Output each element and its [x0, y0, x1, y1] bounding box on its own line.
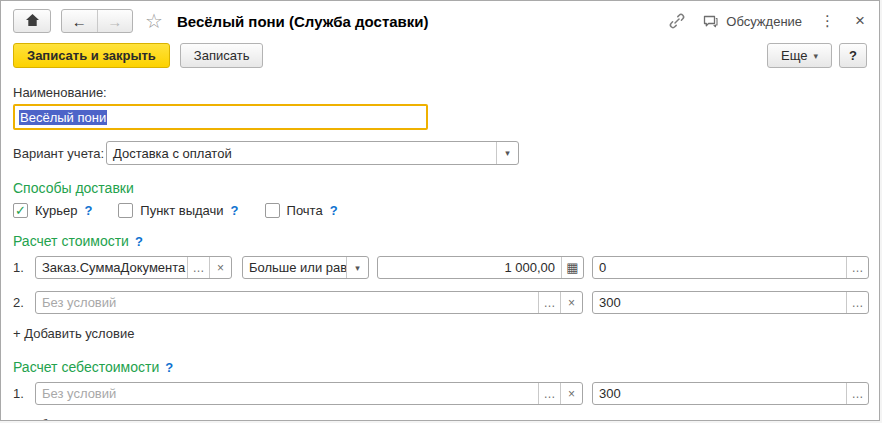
pickup-help-link[interactable]: ? — [231, 203, 239, 218]
variant-select[interactable]: Доставка с оплатой ▾ — [106, 141, 519, 165]
courier-label: Курьер — [35, 203, 77, 218]
more-button-label: Еще — [781, 48, 807, 63]
home-button[interactable] — [13, 9, 51, 33]
courier-checkbox-box[interactable]: ✓ — [13, 203, 28, 218]
cost-calc-row-2: 2. Без условий … × 300 … — [13, 291, 867, 314]
cost-price-calc-row-1: 1. Без условий … × 300 … — [13, 382, 867, 405]
get-link-icon[interactable] — [668, 12, 686, 30]
title-bar: ← → ☆ Весёлый пони (Служба доставки) — [1, 1, 879, 41]
condition-clear-icon[interactable]: × — [209, 257, 231, 278]
close-icon[interactable]: × — [853, 11, 867, 31]
page-title: Весёлый пони (Служба доставки) — [177, 13, 429, 30]
cost-calc-header-text: Расчет стоимости — [13, 233, 129, 249]
variant-row: Вариант учета: Доставка с оплатой ▾ — [13, 141, 867, 165]
name-input-selected-text: Весёлый пони — [19, 110, 107, 125]
row-number: 2. — [13, 295, 35, 310]
delivery-methods-row: ✓ Курьер ? Пункт выдачи ? Почта ? — [13, 203, 867, 218]
price-field[interactable]: 0 … — [592, 256, 869, 279]
condition-choose-button[interactable]: … — [538, 383, 560, 404]
save-button[interactable]: Записать — [180, 43, 264, 68]
condition-choose-button[interactable]: … — [187, 257, 209, 278]
discussion-label: Обсуждение — [726, 14, 802, 29]
price-choose-button[interactable]: … — [846, 383, 868, 404]
price-value: 300 — [593, 386, 846, 401]
post-help-link[interactable]: ? — [330, 203, 338, 218]
price-value: 300 — [593, 295, 846, 310]
help-button[interactable]: ? — [839, 43, 867, 68]
amount-field[interactable]: 1 000,00 ▦ — [377, 256, 584, 279]
name-input[interactable]: Весёлый пони — [13, 104, 428, 130]
comparison-value: Больше или рав — [243, 260, 346, 275]
condition-field[interactable]: Заказ.СуммаДокумента … × — [35, 256, 232, 279]
comparison-dropdown-arrow-icon[interactable]: ▾ — [346, 257, 368, 278]
discussion-button[interactable]: Обсуждение — [702, 13, 802, 29]
condition-clear-icon[interactable]: × — [560, 292, 582, 313]
pickup-checkbox-box[interactable] — [118, 203, 133, 218]
checkbox-post[interactable]: Почта ? — [265, 203, 338, 218]
more-button[interactable]: Еще ▾ — [767, 43, 832, 68]
condition-placeholder: Без условий — [36, 295, 538, 310]
price-field[interactable]: 300 … — [592, 291, 869, 314]
titlebar-actions: Обсуждение ⋮ × — [668, 11, 867, 31]
variant-select-value: Доставка с оплатой — [107, 146, 496, 161]
condition-value: Заказ.СуммаДокумента — [36, 260, 187, 275]
cost-price-calc-header-text: Расчет себестоимости — [13, 359, 159, 375]
check-icon: ✓ — [15, 204, 26, 217]
cost-calc-add-condition-link[interactable]: + Добавить условие — [13, 326, 134, 341]
cost-price-calc-header: Расчет себестоимости? — [13, 359, 867, 375]
chevron-down-icon: ▾ — [813, 51, 818, 61]
variant-label: Вариант учета: — [13, 146, 106, 161]
condition-field[interactable]: Без условий … × — [35, 382, 583, 405]
cost-calc-row-1: 1. Заказ.СуммаДокумента … × Больше или р… — [13, 256, 867, 279]
post-checkbox-box[interactable] — [265, 203, 280, 218]
window: ← → ☆ Весёлый пони (Служба доставки) — [0, 0, 880, 421]
condition-field[interactable]: Без условий … × — [35, 291, 583, 314]
price-value: 0 — [593, 260, 846, 275]
home-icon — [25, 13, 40, 30]
kebab-menu-icon[interactable]: ⋮ — [818, 12, 837, 30]
save-and-close-button[interactable]: Записать и закрыть — [13, 43, 170, 68]
condition-choose-button[interactable]: … — [538, 292, 560, 313]
favorite-star-icon[interactable]: ☆ — [145, 11, 163, 31]
cost-price-calc-add-condition-link[interactable]: + Добавить условие — [13, 417, 134, 421]
calculator-icon[interactable]: ▦ — [561, 257, 583, 278]
delivery-methods-header: Способы доставки — [13, 180, 867, 196]
back-button[interactable]: ← — [62, 10, 98, 32]
price-field[interactable]: 300 … — [592, 382, 869, 405]
command-bar: Записать и закрыть Записать Еще ▾ ? — [1, 41, 879, 77]
history-nav: ← → — [61, 9, 133, 33]
pickup-label: Пункт выдачи — [140, 203, 223, 218]
variant-dropdown-arrow-icon[interactable]: ▾ — [496, 142, 518, 164]
checkbox-pickup-point[interactable]: Пункт выдачи ? — [118, 203, 238, 218]
price-choose-button[interactable]: … — [846, 257, 868, 278]
forward-button[interactable]: → — [98, 10, 133, 32]
row-number: 1. — [13, 260, 35, 275]
comparison-select[interactable]: Больше или рав ▾ — [242, 256, 369, 279]
row-number: 1. — [13, 386, 35, 401]
cost-calc-header: Расчет стоимости? — [13, 233, 867, 249]
post-label: Почта — [287, 203, 323, 218]
form: Наименование: Весёлый пони Вариант учета… — [1, 77, 879, 421]
checkbox-courier[interactable]: ✓ Курьер ? — [13, 203, 92, 218]
amount-value: 1 000,00 — [378, 260, 561, 275]
name-label: Наименование: — [13, 85, 867, 100]
cost-price-calc-help-link[interactable]: ? — [165, 360, 173, 375]
condition-clear-icon[interactable]: × — [560, 383, 582, 404]
cost-calc-help-link[interactable]: ? — [135, 234, 143, 249]
discussion-bubble-icon — [702, 13, 719, 29]
courier-help-link[interactable]: ? — [84, 203, 92, 218]
price-choose-button[interactable]: … — [846, 292, 868, 313]
condition-placeholder: Без условий — [36, 386, 538, 401]
